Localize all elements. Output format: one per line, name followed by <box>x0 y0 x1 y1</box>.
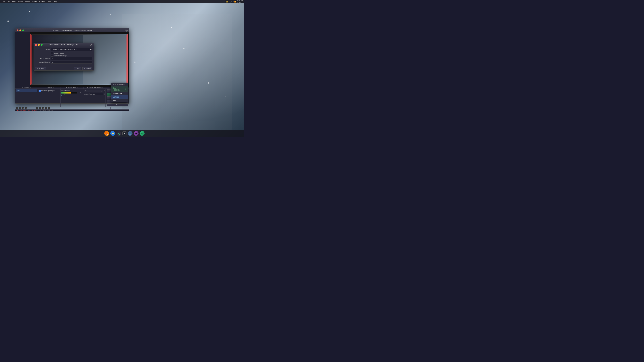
menu-edit[interactable]: Edit <box>6 0 11 3</box>
rec-time: 00:00:00 <box>32 110 37 111</box>
recording-pause-icon: ⏸ <box>124 88 126 90</box>
dropdown-exit[interactable]: Exit <box>111 99 128 102</box>
rec-label: REC: <box>28 110 31 111</box>
live-label: LIVE: <box>16 110 20 111</box>
minimize-button[interactable] <box>20 29 21 31</box>
cancel-button[interactable]: ✕ Cancel <box>82 67 92 70</box>
duration-value[interactable]: 300 ms <box>90 93 103 95</box>
duration-label: Duration <box>84 93 89 95</box>
live-time: 00:00:00 <box>20 110 26 111</box>
transition-type-select[interactable]: Fade <box>84 90 103 92</box>
transitions-icon: ⇄ <box>87 87 88 88</box>
props-close-button[interactable] <box>35 44 37 46</box>
preview-left-panel <box>15 32 30 87</box>
scene-item[interactable]: Sce... <box>16 89 37 92</box>
ok-button[interactable]: ✓ OK <box>74 67 81 70</box>
obs-titlebar: OBS 27.2.1 (linux) - Profile: Untitled -… <box>15 28 129 32</box>
taskbar-firefox-icon[interactable]: 🦊 <box>104 131 109 136</box>
audio-track-name: Desktop Audio <box>61 89 82 91</box>
scenes-add-btn[interactable]: + <box>16 107 18 109</box>
crop-left-arrows[interactable]: ▲ ▼ <box>90 61 92 63</box>
dropdown-start-streaming[interactable]: Start Streaming <box>111 83 128 86</box>
crop-top-arrows[interactable]: ▲ ▼ <box>90 57 92 59</box>
help-button[interactable]: ? <box>125 29 128 31</box>
capture-cursor-row: ✓ Capture Cursor <box>35 52 92 54</box>
props-help-button[interactable]: ? <box>90 43 92 46</box>
props-min-button[interactable] <box>38 44 40 46</box>
source-item: ⊡ Screen Capture (XS... <box>38 89 60 92</box>
dropdown-studio-mode[interactable]: Studio Mode <box>111 92 128 95</box>
tray-icons: 🔔 🖧 🔊 ⬇ 📶 <box>226 1 236 2</box>
menu-file[interactable]: File <box>1 0 6 3</box>
transitions-add-icon: % <box>102 87 103 88</box>
mixer-settings-icon[interactable]: ⚙ <box>64 94 65 96</box>
menu-tools[interactable]: Tools <box>46 0 52 3</box>
live-indicator: LIVE: 00:00:00 <box>16 110 26 111</box>
taskbar-terminal-icon[interactable]: >_ <box>116 131 121 136</box>
menu-scene-collection[interactable]: Scene Collection <box>31 0 46 3</box>
taskbar-apps-icon[interactable]: ⊞ <box>134 131 138 136</box>
crop-left-label: Crop Left (pixels) <box>35 61 50 63</box>
scenes-bottom-icons: + − ∧ ∨ <box>15 107 35 109</box>
crop-top-label: Crop Top (pixels) <box>35 57 50 59</box>
properties-dialog: Properties for 'Screen Capture (XSHM)' ?… <box>34 43 94 70</box>
scenes-down-btn[interactable]: ∨ <box>25 107 27 109</box>
close-button[interactable] <box>16 29 18 31</box>
scenes-add-icon: % <box>30 87 31 88</box>
crop-left-value[interactable]: 0 <box>52 61 53 63</box>
sources-settings-btn[interactable]: ⚙ <box>42 107 44 109</box>
advanced-settings-checkbox[interactable] <box>51 55 53 56</box>
capture-cursor-checkbox[interactable]: ✓ <box>51 52 53 54</box>
properties-footer: ↺ Defaults ✓ OK ✕ Cancel <box>34 66 94 70</box>
audio-mixer-panel-header: 🎚 Audio Mixer % <box>61 87 84 88</box>
props-max-button[interactable] <box>41 44 42 46</box>
taskbar-arrow-icon[interactable]: ▶ <box>122 131 126 135</box>
menu-view[interactable]: View <box>11 0 17 3</box>
taskbar-obs-icon[interactable]: 📺 <box>128 131 132 136</box>
sources-down-btn[interactable]: ∨ <box>48 107 50 109</box>
audio-icon: 🎚 <box>66 87 68 88</box>
scenes-panel: Sce... <box>15 89 38 107</box>
scenes-panel-header: ≡ Scenes % <box>15 87 38 88</box>
source-icon: ⊡ <box>38 90 40 92</box>
menu-profile[interactable]: Profile <box>24 0 31 3</box>
sources-add-btn[interactable]: + <box>36 107 38 109</box>
cancel-x-icon: ✕ <box>84 67 86 69</box>
mixer-level-fill <box>61 92 70 93</box>
defaults-icon: ↺ <box>37 67 38 69</box>
screen-select[interactable]: Screen HDMI-0 (3840x2160 @ 0,0) <box>51 48 92 51</box>
sources-panel: ⊡ Screen Capture (XS... <box>38 89 60 107</box>
sources-panel-header: ⊡ Sources % <box>38 87 61 88</box>
audio-settings-icon: % <box>77 87 78 88</box>
source-label[interactable]: Screen Capture (XS... <box>41 90 56 91</box>
taskbar-settings-icon[interactable]: ⚙ <box>140 131 144 136</box>
defaults-button[interactable]: ↺ Defaults <box>35 67 46 70</box>
mixer-mute-icon[interactable]: 🔈 <box>61 94 63 96</box>
ok-check-icon: ✓ <box>76 67 77 69</box>
exit-button[interactable]: Exit <box>107 103 128 106</box>
transition-settings-icon[interactable]: ⚙ <box>104 90 105 92</box>
bottom-icon-rows: + − ∧ ∨ + − ⚙ ∧ ∨ <box>15 107 129 109</box>
menu-help[interactable]: Help <box>52 0 58 3</box>
sources-up-btn[interactable]: ∧ <box>45 107 47 109</box>
controls-bottom-spacer <box>110 107 129 109</box>
system-tray: 🔔 🖧 🔊 ⬇ 📶 6:18 PM 3/18/21 <box>225 0 244 3</box>
sources-icon: ⊡ <box>44 87 46 88</box>
advanced-settings-label: Advanced Settings <box>54 55 66 56</box>
clock: 6:18 PM 3/18/21 <box>237 0 243 3</box>
properties-title: Properties for 'Screen Capture (XSHM)' <box>49 44 78 46</box>
mixer-bar-container: 0.0 dB <box>61 91 82 94</box>
scenes-remove-btn[interactable]: − <box>19 107 21 109</box>
taskbar-files-icon[interactable]: 📁 <box>110 131 115 136</box>
snow-particle <box>8 20 9 22</box>
dropdown-start-recording[interactable]: Start Recording ⏸ <box>111 86 128 92</box>
menu-docks[interactable]: Docks <box>17 0 24 3</box>
crop-top-value[interactable]: 0 <box>52 57 53 59</box>
sources-remove-btn[interactable]: − <box>39 107 41 109</box>
transition-cycle-icon[interactable]: ⇅ <box>104 93 105 95</box>
dropdown-settings[interactable]: Settings <box>111 95 128 99</box>
maximize-button[interactable] <box>22 29 24 31</box>
advanced-settings-row: Advanced Settings <box>35 54 92 57</box>
scenes-up-btn[interactable]: ∧ <box>22 107 24 109</box>
taskbar-spacer <box>100 131 103 136</box>
